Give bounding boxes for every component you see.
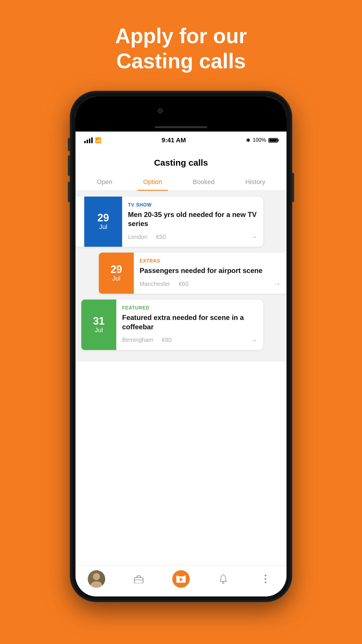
card-3-price: €80 (162, 337, 172, 343)
casting-card-2[interactable]: 29 Jul EXTRAS Passengers needed for airp… (99, 253, 287, 294)
card-3-month: Jul (95, 326, 103, 334)
cards-container: 29 Jul TV SHOW Men 20-35 yrs old needed … (75, 191, 287, 362)
header-section: Apply for our Casting calls (115, 23, 247, 74)
signal-bars-icon (84, 137, 93, 143)
phone-device: 📶 9:41 AM ✱ 100% Casting calls Open (70, 91, 292, 602)
casting-card-1[interactable]: 29 Jul TV SHOW Men 20-35 yrs old needed … (75, 197, 263, 247)
casting-card-3[interactable]: 31 Jul FEATURED Featured extra needed fo… (81, 300, 263, 350)
card-2-month: Jul (112, 275, 120, 282)
card-2-location: Manchester (140, 281, 170, 287)
card-2-footer: Manchester €60 → (140, 280, 281, 288)
signal-bar-2 (87, 140, 88, 143)
tab-open[interactable]: Open (91, 174, 118, 190)
card-1-footer: London €50 → (128, 233, 257, 241)
svg-point-10 (265, 578, 266, 580)
nav-more[interactable] (257, 570, 274, 588)
status-bar: 📶 9:41 AM ✱ 100% (75, 132, 287, 149)
card-3-footer: Birmingham €80 → (122, 336, 257, 344)
card-3-title: Featured extra needed for scene in a cof… (122, 313, 257, 331)
card-1-day: 29 (97, 213, 109, 223)
header-line2: Casting calls (116, 49, 246, 73)
card-2-tag: EXTRAS (140, 258, 281, 264)
nav-casting[interactable] (172, 570, 190, 588)
card-1-tag: TV SHOW (128, 202, 257, 208)
avatar-image (88, 570, 105, 588)
card-2-title: Passengers needed for airport scene (140, 266, 281, 275)
notch-area (75, 97, 287, 132)
card-3-arrow-icon[interactable]: → (250, 336, 257, 344)
card-3-body: FEATURED Featured extra needed for scene… (116, 300, 263, 350)
app-content: Casting calls Open Option Booked History (75, 149, 287, 565)
card-1-title: Men 20-35 yrs old needed for a new TV se… (128, 210, 257, 228)
card-2-arrow-icon[interactable]: → (274, 280, 281, 288)
more-icon (257, 570, 274, 588)
card-1-month: Jul (99, 223, 107, 231)
tab-bar: Open Option Booked History (75, 174, 287, 191)
svg-point-1 (91, 581, 102, 588)
header-line1: Apply for our (115, 24, 247, 48)
tab-booked[interactable]: Booked (187, 174, 221, 190)
app-title: Casting calls (75, 149, 287, 174)
svg-point-8 (222, 582, 224, 583)
battery-icon (268, 138, 278, 143)
svg-point-11 (265, 582, 266, 583)
mute-button (68, 138, 70, 151)
volume-up-button (68, 155, 70, 176)
card-3-tag: FEATURED (122, 305, 257, 311)
card-3-location: Birmingham (122, 337, 153, 343)
status-right: ✱ 100% (246, 137, 278, 144)
wifi-icon: 📶 (95, 137, 101, 144)
svg-rect-6 (176, 576, 178, 577)
volume-down-button (68, 182, 70, 202)
tab-history[interactable]: History (240, 174, 271, 190)
status-time: 9:41 AM (161, 136, 186, 144)
nav-jobs[interactable] (130, 570, 147, 588)
status-left: 📶 (84, 137, 101, 144)
casting-icon (172, 570, 190, 588)
card-2-day: 29 (110, 264, 122, 275)
notch-bar (155, 126, 207, 128)
svg-point-0 (93, 573, 100, 580)
nav-profile[interactable] (88, 570, 105, 588)
card-3-day: 31 (93, 316, 105, 326)
profile-avatar-icon (88, 570, 105, 588)
card-2-price: €60 (179, 281, 189, 287)
card-3-date: 31 Jul (81, 300, 116, 350)
card-2-body: EXTRAS Passengers needed for airport sce… (134, 253, 287, 294)
card-2-date: 29 Jul (99, 253, 134, 294)
phone-screen: 📶 9:41 AM ✱ 100% Casting calls Open (75, 97, 287, 596)
signal-bar-1 (84, 141, 86, 143)
nav-notifications[interactable] (215, 570, 232, 588)
signal-bar-3 (89, 139, 90, 143)
signal-bar-4 (91, 137, 93, 143)
card-1-price: €50 (156, 234, 166, 240)
battery-fill (269, 139, 277, 142)
svg-rect-7 (184, 576, 186, 577)
card-1-date: 29 Jul (84, 197, 122, 247)
card-1-arrow-icon[interactable]: → (250, 233, 257, 241)
card-1-location: London (128, 234, 147, 240)
card-1-body: TV SHOW Men 20-35 yrs old needed for a n… (122, 197, 263, 247)
svg-point-9 (265, 575, 266, 576)
jobs-icon (130, 570, 147, 588)
camera-dot (158, 108, 163, 113)
cards-list: 29 Jul TV SHOW Men 20-35 yrs old needed … (75, 191, 287, 362)
tab-option[interactable]: Option (137, 174, 168, 190)
battery-percentage: 100% (253, 137, 266, 143)
svg-rect-2 (134, 578, 143, 583)
bottom-navigation (75, 565, 287, 596)
bluetooth-icon: ✱ (246, 137, 250, 144)
notifications-icon (215, 570, 232, 588)
